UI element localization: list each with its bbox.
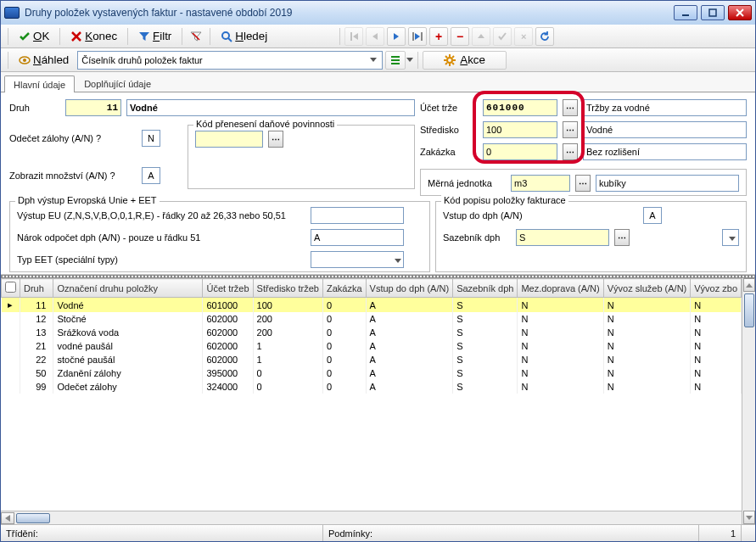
- table-row[interactable]: 50Zdanění zálohy39500000ASNNN: [2, 366, 742, 380]
- col-zakazka[interactable]: Zakázka: [322, 279, 366, 298]
- scroll-left-icon[interactable]: [1, 512, 14, 524]
- akce-button[interactable]: Akce: [423, 51, 507, 70]
- vstup-field[interactable]: A: [643, 207, 662, 224]
- col-vstup[interactable]: Vstup do dph (A/N): [366, 279, 453, 298]
- tab-doplnujici[interactable]: Doplňující údaje: [75, 75, 160, 92]
- typeet-combo[interactable]: [311, 251, 404, 268]
- col-vyvozzb[interactable]: Vývoz zbo: [691, 279, 742, 298]
- minimize-button[interactable]: [674, 5, 697, 20]
- nahled-button[interactable]: Náhled: [13, 51, 75, 70]
- druh-code-field[interactable]: 11: [65, 99, 121, 116]
- nav-confirm-button[interactable]: [493, 27, 512, 46]
- cell: S: [453, 312, 518, 326]
- stred-field[interactable]: 100: [483, 121, 557, 138]
- app-icon: [4, 7, 20, 19]
- stred-label: Středisko: [420, 125, 478, 135]
- cell: A: [366, 353, 453, 366]
- gear-icon: [444, 54, 456, 66]
- col-oznaceni[interactable]: Označení druhu položky: [53, 279, 203, 298]
- table-row[interactable]: 13Srážková voda6020002000ASNNN: [2, 326, 742, 339]
- nav-next-button[interactable]: [387, 27, 406, 46]
- vystup-label: Výstup EU (Z,N,S,V,B,O,0,1,R,E) - řádky …: [17, 210, 305, 221]
- mj-lookup-button[interactable]: ⋯: [575, 175, 591, 192]
- nav-delete-button[interactable]: −: [451, 27, 469, 46]
- close-button[interactable]: [728, 5, 752, 20]
- nav-cancel-button[interactable]: ×: [514, 27, 533, 46]
- vertical-scrollbar[interactable]: [742, 278, 755, 524]
- row-marker: [2, 380, 20, 394]
- cell: 11: [20, 298, 53, 313]
- nav-prev-button[interactable]: [366, 27, 384, 46]
- zak-field[interactable]: 0: [483, 143, 557, 160]
- zak-desc: Bez rozlišení: [583, 143, 747, 160]
- svg-line-20: [452, 63, 454, 64]
- scroll-up-icon[interactable]: [743, 278, 755, 292]
- saz-field[interactable]: S: [516, 229, 609, 246]
- druh-name-field[interactable]: Vodné: [126, 99, 415, 116]
- konec-button[interactable]: Konec: [64, 27, 123, 46]
- row-marker: [2, 366, 20, 380]
- filter-clear-button[interactable]: [187, 27, 205, 46]
- grid-header-row: Druh Označení druhu položky Účet tržeb S…: [2, 279, 742, 298]
- preset-combo[interactable]: Číselník druhů položek faktur: [77, 51, 383, 70]
- ok-button[interactable]: OOKK: [13, 27, 55, 46]
- nav-last-button[interactable]: [408, 27, 427, 46]
- maximize-button[interactable]: [701, 5, 725, 20]
- tab-hlavni[interactable]: Hlavní údaje: [4, 75, 75, 92]
- chevron-down-icon[interactable]: [406, 58, 413, 62]
- col-mezdop[interactable]: Mez.doprava (A/N): [518, 279, 603, 298]
- horizontal-scrollbar[interactable]: [1, 511, 755, 524]
- scroll-thumb[interactable]: [16, 513, 50, 523]
- saz-lookup-button[interactable]: ⋯: [614, 229, 630, 246]
- filter-icon: [138, 31, 150, 42]
- cell: 0: [322, 326, 366, 339]
- mj-label: Měrná jednotka: [428, 178, 506, 188]
- cell: N: [518, 339, 603, 353]
- scroll-down-icon[interactable]: [743, 511, 755, 524]
- stred-lookup-button[interactable]: ⋯: [563, 121, 578, 138]
- kodpren-lookup-button[interactable]: ⋯: [268, 131, 283, 148]
- cell: N: [691, 380, 742, 394]
- col-vyvozsl[interactable]: Vývoz služeb (A/N): [603, 279, 691, 298]
- nav-add-button[interactable]: +: [429, 27, 448, 46]
- zobrazit-label: Zobrazit množství (A/N) ?: [9, 170, 137, 181]
- saz-combo-dd[interactable]: [722, 229, 739, 246]
- col-druh[interactable]: Druh: [20, 279, 53, 298]
- cell: 1: [253, 353, 322, 366]
- narok-field[interactable]: A: [311, 229, 404, 246]
- nav-up-button[interactable]: [472, 27, 490, 46]
- list-options-button[interactable]: [385, 51, 406, 70]
- zobrazit-field[interactable]: A: [142, 167, 160, 184]
- vystup-field[interactable]: [311, 207, 404, 224]
- cell: 0: [322, 298, 366, 313]
- col-stredisko[interactable]: Středisko tržeb: [253, 279, 322, 298]
- kodpren-field[interactable]: [195, 131, 263, 148]
- cell: Vodné: [53, 298, 203, 313]
- eet-caption: Dph výstup Evropská Unie + EET: [15, 195, 160, 205]
- hledej-button[interactable]: Hledej: [215, 27, 273, 46]
- mj-field[interactable]: m3: [511, 175, 570, 192]
- form-panel: Druh 11 Vodné Odečet zálohy (A/N) ? N Zo…: [1, 92, 755, 275]
- ucet-lookup-button[interactable]: ⋯: [563, 99, 578, 116]
- zak-lookup-button[interactable]: ⋯: [563, 143, 578, 160]
- odecet-field[interactable]: N: [142, 130, 160, 147]
- select-all-checkbox[interactable]: [5, 282, 16, 293]
- table-row[interactable]: 21vodné paušál60200010ASNNN: [2, 339, 742, 353]
- col-ucet[interactable]: Účet tržeb: [203, 279, 253, 298]
- table-row[interactable]: 99Odečet zálohy32400000ASNNN: [2, 380, 742, 394]
- nav-first-button[interactable]: [344, 27, 363, 46]
- table-row[interactable]: 12Stočné6020002000ASNNN: [2, 312, 742, 326]
- druh-label: Druh: [9, 103, 60, 113]
- cell: 602000: [203, 353, 253, 366]
- nav-refresh-button[interactable]: [535, 27, 554, 46]
- cell: Srážková voda: [53, 326, 203, 339]
- ucet-field[interactable]: 601000: [483, 99, 557, 116]
- grid-corner[interactable]: [2, 279, 20, 298]
- filtr-button[interactable]: Filtr: [132, 27, 177, 46]
- scroll-thumb[interactable]: [744, 293, 754, 327]
- cell: 324000: [203, 380, 253, 394]
- table-row[interactable]: ▸11Vodné6010001000ASNNN: [2, 298, 742, 313]
- col-sazebnik[interactable]: Sazebník dph: [453, 279, 518, 298]
- table-row[interactable]: 22stočné paušál60200010ASNNN: [2, 353, 742, 366]
- cell: 602000: [203, 339, 253, 353]
